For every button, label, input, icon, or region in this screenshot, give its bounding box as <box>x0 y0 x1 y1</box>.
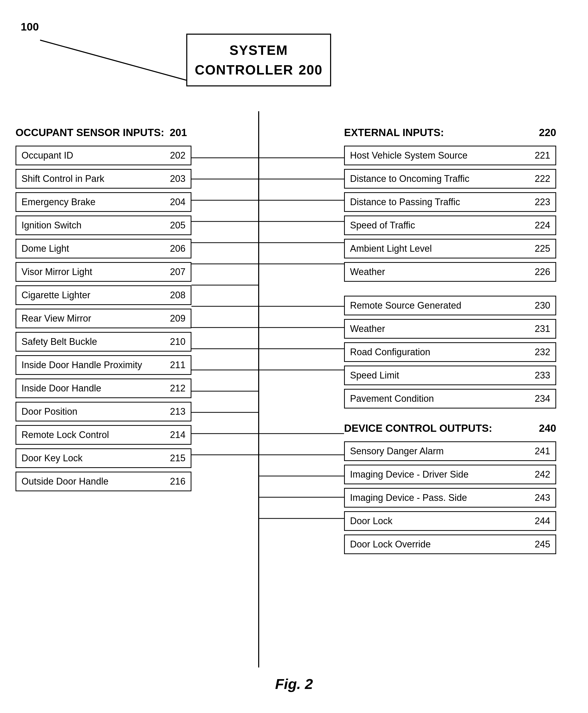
remote-item-231: Weather 231 <box>344 319 567 339</box>
item-num-216: 216 <box>170 476 186 487</box>
fig-caption: Fig. 2 <box>275 675 313 692</box>
right-num-225: 225 <box>535 243 550 254</box>
right-label-222: Distance to Oncoming Traffic <box>350 173 469 184</box>
item-label-208: Cigarette Lighter <box>21 290 90 301</box>
gap1 <box>344 285 567 296</box>
right-item-222: Distance to Oncoming Traffic 222 <box>344 169 567 189</box>
device-box-242: Imaging Device - Driver Side 242 <box>344 465 556 484</box>
item-label-204: Emergency Brake <box>21 196 96 208</box>
item-label-210: Safety Belt Buckle <box>21 336 97 347</box>
input-box-216: Outside Door Handle 216 <box>16 471 191 491</box>
device-num-241: 241 <box>535 446 550 457</box>
right-num-222: 222 <box>535 173 550 184</box>
system-label: 100 <box>21 21 39 33</box>
remote-source-header-box: Remote Source Generated 230 <box>344 296 567 315</box>
device-num-242: 242 <box>535 469 550 480</box>
remote-source-num: 230 <box>535 300 550 311</box>
item-num-208: 208 <box>170 290 186 301</box>
left-item-208: Cigarette Lighter 208 <box>16 285 202 305</box>
right-box-223: Distance to Passing Traffic 223 <box>344 192 556 212</box>
remote-box-234: Pavement Condition 234 <box>344 389 556 408</box>
left-item-213: Door Position 213 <box>16 402 202 421</box>
controller-label: CONTROLLER <box>195 62 293 78</box>
remote-label-231: Weather <box>350 323 385 334</box>
input-box-210: Safety Belt Buckle 210 <box>16 332 191 352</box>
left-item-202: Occupant ID 202 <box>16 146 202 165</box>
remote-item-232: Road Configuration 232 <box>344 342 567 362</box>
input-box-204: Emergency Brake 204 <box>16 192 191 212</box>
remote-box-232: Road Configuration 232 <box>344 342 556 362</box>
system-title: SYSTEM <box>198 42 320 58</box>
right-box-224: Speed of Traffic 224 <box>344 215 556 235</box>
device-item-241: Sensory Danger Alarm 241 <box>344 441 567 461</box>
right-label-225: Ambient Light Level <box>350 243 432 254</box>
left-item-204: Emergency Brake 204 <box>16 192 202 212</box>
remote-item-233: Speed Limit 233 <box>344 365 567 385</box>
left-item-212: Inside Door Handle 212 <box>16 378 202 398</box>
controller-box: SYSTEM CONTROLLER 200 <box>186 34 331 86</box>
left-item-211: Inside Door Handle Proximity 211 <box>16 355 202 375</box>
right-item-223: Distance to Passing Traffic 223 <box>344 192 567 212</box>
svg-line-0 <box>40 40 186 80</box>
remote-num-234: 234 <box>535 393 550 404</box>
device-box-241: Sensory Danger Alarm 241 <box>344 441 556 461</box>
external-items-container: Host Vehicle System Source 221 Distance … <box>344 146 567 282</box>
right-num-221: 221 <box>535 150 550 161</box>
remote-box-233: Speed Limit 233 <box>344 365 556 385</box>
item-num-209: 209 <box>170 313 186 324</box>
left-item-216: Outside Door Handle 216 <box>16 471 202 491</box>
remote-source-label: Remote Source Generated <box>350 300 461 311</box>
remote-items-container: Weather 231 Road Configuration 232 Speed… <box>344 319 567 408</box>
item-label-214: Remote Lock Control <box>21 429 109 440</box>
input-box-215: Door Key Lock 215 <box>16 448 191 468</box>
input-box-212: Inside Door Handle 212 <box>16 378 191 398</box>
input-box-207: Visor Mirror Light 207 <box>16 262 191 282</box>
input-box-208: Cigarette Lighter 208 <box>16 285 191 305</box>
item-label-211: Inside Door Handle Proximity <box>21 360 142 371</box>
item-num-203: 203 <box>170 173 186 184</box>
device-label-244: Door Lock <box>350 516 393 526</box>
left-item-203: Shift Control in Park 203 <box>16 169 202 189</box>
device-item-243: Imaging Device - Pass. Side 243 <box>344 488 567 508</box>
item-label-216: Outside Door Handle <box>21 476 108 487</box>
item-num-211: 211 <box>170 360 186 371</box>
right-item-221: Host Vehicle System Source 221 <box>344 146 567 165</box>
device-label-243: Imaging Device - Pass. Side <box>350 492 467 503</box>
right-box-225: Ambient Light Level 225 <box>344 239 556 258</box>
device-box-245: Door Lock Override 245 <box>344 534 556 554</box>
device-num-243: 243 <box>535 492 550 503</box>
item-label-215: Door Key Lock <box>21 453 83 464</box>
device-label-245: Door Lock Override <box>350 539 431 550</box>
remote-label-232: Road Configuration <box>350 347 430 358</box>
device-items-container: Sensory Danger Alarm 241 Imaging Device … <box>344 441 567 554</box>
right-num-224: 224 <box>535 220 550 231</box>
device-box-243: Imaging Device - Pass. Side 243 <box>344 488 556 508</box>
item-label-209: Rear View Mirror <box>21 313 91 324</box>
item-label-203: Shift Control in Park <box>21 173 104 184</box>
left-item-215: Door Key Lock 215 <box>16 448 202 468</box>
controller-number: 200 <box>298 62 322 78</box>
item-num-210: 210 <box>170 336 186 347</box>
device-box-244: Door Lock 244 <box>344 511 556 531</box>
right-num-223: 223 <box>535 196 550 208</box>
left-items-container: Occupant ID 202 Shift Control in Park 20… <box>16 146 202 491</box>
item-label-205: Ignition Switch <box>21 220 82 231</box>
remote-label-233: Speed Limit <box>350 370 399 381</box>
diagram: 100 SYSTEM CONTROLLER 200 OCCUPANT SENSO… <box>0 0 588 713</box>
remote-label-234: Pavement Condition <box>350 393 434 404</box>
input-box-211: Inside Door Handle Proximity 211 <box>16 355 191 375</box>
item-num-214: 214 <box>170 429 186 440</box>
device-label-242: Imaging Device - Driver Side <box>350 469 468 480</box>
left-item-210: Safety Belt Buckle 210 <box>16 332 202 352</box>
right-section: EXTERNAL INPUTS: 220 Host Vehicle System… <box>344 127 567 558</box>
gap2 <box>344 412 567 422</box>
right-item-226: Weather 226 <box>344 262 567 282</box>
item-num-215: 215 <box>170 453 186 464</box>
occupant-sensor-header: OCCUPANT SENSOR INPUTS: 201 <box>16 127 202 139</box>
item-label-206: Dome Light <box>21 243 69 254</box>
input-box-209: Rear View Mirror 209 <box>16 309 191 328</box>
item-num-213: 213 <box>170 406 186 417</box>
input-box-202: Occupant ID 202 <box>16 146 191 165</box>
right-label-221: Host Vehicle System Source <box>350 150 467 161</box>
remote-item-234: Pavement Condition 234 <box>344 389 567 408</box>
